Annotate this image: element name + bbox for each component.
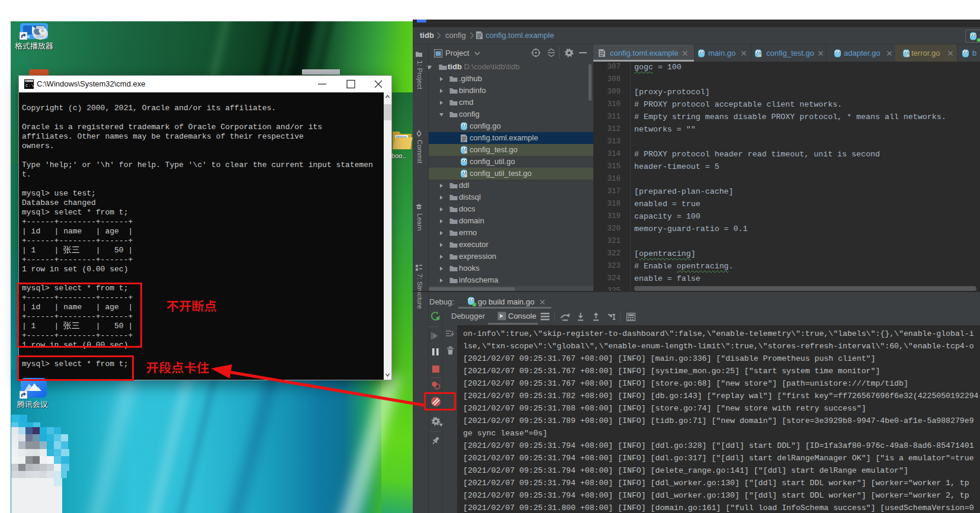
svg-text:C:\: C:\ — [25, 83, 34, 88]
